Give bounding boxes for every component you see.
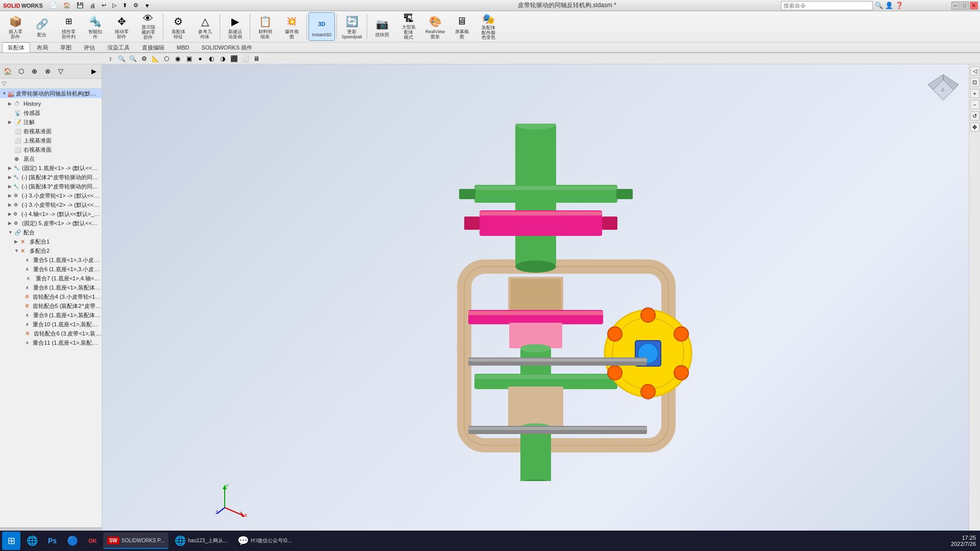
3d-viewport[interactable]: Y X Z 上 — [102, 64, 969, 540]
taskbar-ok[interactable]: OK — [84, 533, 101, 549]
tree-annotations[interactable]: ▶ 📝 注解 — [0, 117, 102, 127]
tree-top-plane[interactable]: ⬜ 上视基准面 — [0, 136, 102, 145]
tree-right-plane[interactable]: ⬜ 右视基准面 — [0, 145, 102, 154]
panel-filter-icon[interactable]: ▽ — [55, 66, 66, 77]
smart-fastener-button[interactable]: 🔩 智能扣件 — [82, 12, 108, 41]
tab-layout[interactable]: 布局 — [31, 42, 54, 53]
maximize-button[interactable]: □ — [961, 2, 969, 10]
reference-button[interactable]: △ 参考几何体 — [192, 12, 218, 41]
rail-pan-btn[interactable]: ✥ — [970, 123, 979, 132]
assembly-button[interactable]: 🔗 配合 — [29, 12, 55, 41]
tree-multi-mate2[interactable]: ▼ ✕ 多配合2 — [0, 246, 102, 255]
insert-part-button[interactable]: 📦 插入零部件 — [2, 12, 29, 41]
tree-minus3[interactable]: ▶ ⚙ (-) 3.小皮带轮<1> -> (默认<<默认>... — [0, 191, 102, 200]
view-orient-icon[interactable]: ↕ — [105, 54, 115, 64]
taskbar-chrome[interactable]: 🌐 hao123_上网从... — [171, 533, 231, 549]
taskbar-solidworks[interactable]: SW SOLIDWORKS P... — [103, 533, 169, 549]
tree-root[interactable]: ▼ 🏭 皮带轮驱动的同轴反转机构(默认<默认> — [0, 89, 102, 98]
tab-direct-edit[interactable]: 直接编辑 — [136, 42, 170, 53]
view-search-icon[interactable]: 🔍 — [116, 54, 127, 64]
view-light-icon[interactable]: ● — [195, 54, 205, 64]
tree-minus4[interactable]: ▶ ⚙ (-) 3.小皮带轮<2> -> (默认<<默认>... — [0, 200, 102, 209]
tree-multi-mate1[interactable]: ▶ ✕ 多配合1 — [0, 237, 102, 246]
help-icon[interactable]: ❓ — [895, 2, 903, 9]
color-config-button[interactable]: 🎭 装配体配件颜色变色 — [475, 12, 501, 41]
view-display2-icon[interactable]: ⬜ — [240, 54, 250, 64]
panel-feature-icon[interactable]: ⬡ — [15, 66, 27, 77]
view-measure-icon[interactable]: 📐 — [150, 54, 160, 64]
tree-minus2[interactable]: ▶ 🔧 (-) [装配体3^皮带轮驱动的同轴反转... — [0, 182, 102, 191]
tree-origin[interactable]: ⊕ 原点 — [0, 154, 102, 163]
user-icon[interactable]: 👤 — [885, 2, 893, 9]
screen-capture-button[interactable]: 🖥 屏幕截图 — [448, 12, 475, 41]
rail-zoom-out-btn[interactable]: − — [970, 100, 979, 109]
tree-coincident7[interactable]: ∧ 重合7 (1.底座<1>,4.轴<1>) — [0, 274, 102, 283]
panel-home-icon[interactable]: 🏠 — [2, 66, 13, 77]
tab-sketch[interactable]: 草图 — [55, 42, 77, 53]
new-motion-button[interactable]: ▶ 新建运动算例 — [222, 12, 248, 41]
panel-mate-icon[interactable]: ⊕ — [29, 66, 40, 77]
menu-home[interactable]: 🏠 — [61, 2, 73, 9]
tree-coincident11[interactable]: ∧ 重合11 (1.底座<1>,装配体3^皮带... — [0, 338, 102, 347]
menu-print[interactable]: 🖨 — [88, 3, 98, 9]
view-display-icon[interactable]: ◑ — [218, 54, 228, 64]
minimize-button[interactable]: ─ — [951, 2, 960, 10]
tree-sensors[interactable]: 📡 传感器 — [0, 108, 102, 117]
tree-front-plane[interactable]: ⬜ 前视基准面 — [0, 127, 102, 136]
view-cube-icon[interactable]: ◉ — [173, 54, 183, 64]
tree-coincident9[interactable]: ∧ 重合9 (1.底座<1>,装配体2^皮带... — [0, 310, 102, 320]
view-snap-icon[interactable]: ⚙ — [139, 54, 149, 64]
start-button[interactable]: ⊞ — [2, 532, 20, 550]
rail-zoom-in-btn[interactable]: + — [970, 89, 979, 98]
materials-button[interactable]: 📋 材料明细表 — [252, 12, 278, 41]
tree-coincident8[interactable]: ∧ 重合8 (1.底座<1>,装配体2^皮带... — [0, 283, 102, 292]
command-search-input[interactable] — [781, 1, 873, 10]
tab-plugins[interactable]: SOLIDWORKS 插件 — [196, 42, 258, 53]
menu-redo[interactable]: ▷ — [110, 2, 118, 9]
search-icon[interactable]: 🔍 — [875, 2, 883, 9]
taskbar-wechat[interactable]: 💬 H:\微信公众号\0... — [233, 533, 295, 549]
taskbar-circle[interactable]: 🔵 — [63, 533, 82, 549]
tab-assembly[interactable]: 装配体 — [2, 42, 30, 53]
close-button[interactable]: ✕ — [970, 2, 978, 10]
rail-expand-btn[interactable]: ◁ — [970, 66, 979, 76]
view-section-icon[interactable]: ▣ — [184, 54, 194, 64]
large-assy-button[interactable]: 🏗 大型装配体模式 — [395, 12, 422, 41]
tree-history[interactable]: ▶ ⏱ History — [0, 99, 102, 108]
tree-coincident10[interactable]: ∧ 重合10 (1.底座<1>,装配体3^皮带... — [0, 320, 102, 329]
menu-select[interactable]: ⬆ — [121, 2, 129, 9]
panel-expand-icon[interactable]: ▶ — [88, 66, 100, 77]
tab-render[interactable]: 渲染工具 — [102, 42, 135, 53]
panel-motion-icon[interactable]: ⊗ — [42, 66, 53, 77]
rail-zoom-fit-btn[interactable]: ⊡ — [970, 78, 979, 87]
update-speedpak-button[interactable]: 🔄 更新Speedpak — [339, 12, 365, 41]
taskbar-browser1[interactable]: 🌐 — [22, 533, 42, 549]
move-part-button[interactable]: ✥ 移动零部件 — [108, 12, 135, 41]
linear-array-button[interactable]: ⊞ 线性零部件列 — [55, 12, 82, 41]
tree-gear4[interactable]: ⚙ 齿轮配合4 (3.小皮带轮<1>,装配体... — [0, 292, 102, 301]
tree-fixed1[interactable]: ▶ 🔧 (固定) 1.底座<1> -> (默认<<默认>... — [0, 163, 102, 173]
instant3d-button[interactable]: 3D Instant3D — [308, 12, 335, 41]
viewcube[interactable]: 上 — [923, 69, 964, 110]
menu-options[interactable]: ⚙ — [131, 2, 140, 9]
menu-save[interactable]: 💾 — [75, 2, 86, 9]
view-filter-icon[interactable]: 🔍 — [128, 54, 138, 64]
taskbar-photoshop[interactable]: Ps — [44, 533, 61, 549]
rail-rotate-btn[interactable]: ↺ — [970, 111, 979, 121]
tree-gear5[interactable]: ⚙ 齿轮配合5 (装配体2^皮带轮驱动的... — [0, 301, 102, 310]
tree-minus5[interactable]: ▶ ⚙ (-) 4.轴<1> -> (默认<<默认>_显示均... — [0, 209, 102, 219]
menu-file[interactable]: 📄 — [48, 2, 59, 9]
view-hide-icon[interactable]: ◐ — [206, 54, 217, 64]
tree-fixed2[interactable]: ▶ ⚙ (固定) 5.皮带<1> -> (默认<<默认>... — [0, 219, 102, 228]
menu-more[interactable]: ▼ — [142, 3, 152, 9]
tree-coincident5[interactable]: ∧ 重合5 (1.底座<1>,3.小皮带轮<2... — [0, 255, 102, 265]
assembly-feature-button[interactable]: ⚙ 装配体特征 — [165, 12, 192, 41]
view-scene-icon[interactable]: ⬛ — [229, 54, 239, 64]
exploded-view-button[interactable]: 💥 爆炸视图 — [278, 12, 305, 41]
tab-mbd[interactable]: MBD — [171, 43, 195, 52]
tab-evaluate[interactable]: 评估 — [78, 42, 101, 53]
realview-button[interactable]: 🎨 RealView图形 — [422, 12, 448, 41]
menu-undo[interactable]: ↩ — [100, 2, 108, 9]
snapshot-button[interactable]: 📷 抓快照 — [369, 12, 395, 41]
show-hidden-button[interactable]: 👁 显示隐藏的零部件 — [135, 12, 161, 41]
